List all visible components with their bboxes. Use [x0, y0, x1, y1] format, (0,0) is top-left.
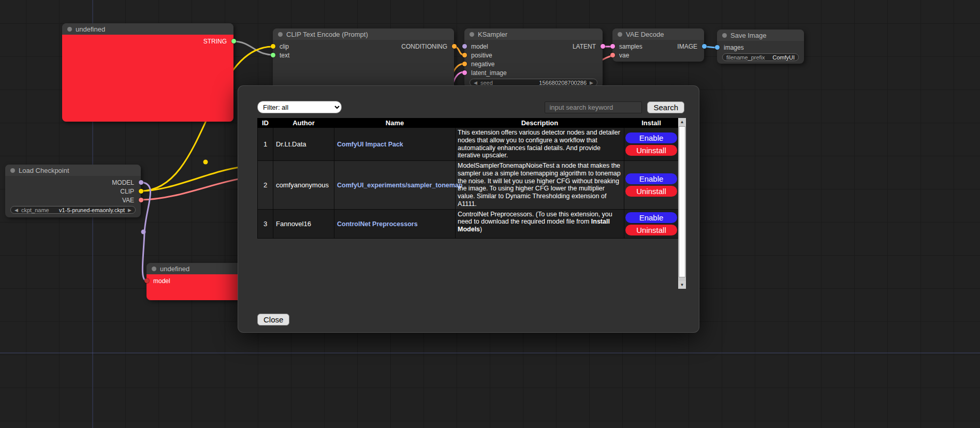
uninstall-button[interactable]: Uninstall: [625, 186, 677, 197]
ksampler-node[interactable]: KSamplermodelLATENTpositivenegativelaten…: [464, 28, 603, 88]
extension-id: 2: [258, 161, 273, 210]
port-row: CLIP: [5, 187, 141, 196]
description-text: This extension offers various detector n…: [458, 129, 620, 159]
table-header-row: IDAuthorNameDescriptionInstall: [258, 119, 679, 128]
model-input-port[interactable]: [144, 278, 149, 283]
IMAGE-output-port[interactable]: [702, 44, 707, 49]
column-header-author: Author: [273, 119, 334, 128]
node-collapse-dot-icon[interactable]: [278, 32, 283, 37]
node-collapse-dot-icon[interactable]: [67, 27, 72, 32]
enable-button[interactable]: Enable: [625, 212, 677, 223]
LATENT-output-port[interactable]: [601, 44, 605, 49]
link-string-to-text: [233, 41, 273, 55]
node-title-bar[interactable]: Save Image: [717, 29, 804, 41]
clip-input-port[interactable]: [271, 44, 275, 49]
enable-button[interactable]: Enable: [625, 132, 677, 143]
node-title-bar[interactable]: KSampler: [464, 28, 603, 40]
node-graph-canvas[interactable]: undefinedSTRINGCLIP Text Encode (Prompt)…: [0, 0, 980, 428]
extension-name-cell: ComfyUI Impact Pack: [334, 128, 456, 161]
MODEL-output-port[interactable]: [139, 180, 143, 185]
vae-decode-node[interactable]: VAE DecodesamplesIMAGEvae: [612, 28, 704, 62]
node-collapse-dot-icon[interactable]: [10, 168, 15, 173]
column-header-description: Description: [456, 119, 624, 128]
ckpt_name-widget[interactable]: ◀ckpt_namev1-5-pruned-emaonly.ckpt▶: [10, 206, 136, 214]
extension-description: ControlNet Preprocessors. (To use this e…: [456, 209, 624, 238]
scrollbar-thumb[interactable]: [679, 126, 685, 277]
save-image-node[interactable]: Save Imageimagesfilename_prefixComfyUI: [717, 29, 804, 64]
CONDITIONING-output-port[interactable]: [452, 44, 457, 49]
search-input[interactable]: [545, 101, 642, 113]
input-label: images: [724, 44, 744, 51]
scrollbar-down-icon[interactable]: ▼: [678, 281, 686, 289]
port-row: positive: [464, 51, 603, 60]
column-header-id: ID: [258, 119, 273, 128]
output-label: LATENT: [573, 43, 596, 50]
node-collapse-dot-icon[interactable]: [618, 32, 622, 37]
model-input-port[interactable]: [462, 44, 467, 49]
node-title-bar[interactable]: undefined: [62, 23, 233, 35]
filter-select[interactable]: Filter: all: [257, 101, 342, 113]
node-title-bar[interactable]: undefined: [147, 263, 247, 274]
widget-right-arrow-icon[interactable]: ▶: [128, 208, 131, 213]
node-collapse-dot-icon[interactable]: [722, 33, 727, 38]
extension-link[interactable]: ControlNet Preprocessors: [337, 220, 418, 228]
port-row: model: [147, 276, 247, 285]
images-input-port[interactable]: [715, 45, 720, 50]
input-label: text: [280, 52, 289, 59]
output-label: MODEL: [112, 179, 134, 186]
widget-label: filename_prefix: [726, 54, 765, 61]
input-label: latent_image: [471, 69, 507, 77]
negative-input-port[interactable]: [462, 62, 467, 66]
close-button[interactable]: Close: [257, 314, 289, 326]
node-body: modelLATENTpositivenegativelatent_image◀…: [464, 40, 603, 88]
port-row: vae: [612, 51, 704, 60]
latent_image-input-port[interactable]: [462, 70, 467, 75]
port-row: STRING: [62, 37, 233, 46]
node-title-bar[interactable]: Load Checkpoint: [5, 165, 141, 176]
node-title-bar[interactable]: CLIP Text Encode (Prompt): [273, 28, 454, 40]
install-cell: EnableUninstall: [624, 209, 679, 238]
positive-input-port[interactable]: [462, 53, 467, 57]
node-body: STRING: [62, 35, 233, 122]
extension-link[interactable]: ComfyUI_experiments/sampler_tonemap: [337, 182, 462, 189]
widget-right-arrow-icon[interactable]: ▶: [590, 80, 593, 85]
error-node-bottom[interactable]: undefinedmodel: [147, 263, 247, 300]
enable-button[interactable]: Enable: [625, 173, 677, 184]
node-body: MODELCLIPVAE◀ckpt_namev1-5-pruned-emaonl…: [5, 176, 141, 217]
error-node-top[interactable]: undefinedSTRING: [62, 23, 233, 122]
scrollbar-up-icon[interactable]: ▲: [678, 118, 686, 126]
manager-toolbar: Filter: all Search: [257, 100, 684, 114]
search-button[interactable]: Search: [647, 101, 684, 113]
output-label: CLIP: [120, 188, 134, 195]
samples-input-port[interactable]: [610, 44, 615, 49]
node-collapse-dot-icon[interactable]: [470, 32, 474, 37]
STRING-output-port[interactable]: [231, 39, 236, 43]
vae-input-port[interactable]: [610, 53, 615, 57]
node-title-bar[interactable]: VAE Decode: [612, 28, 704, 40]
extension-list: IDAuthorNameDescriptionInstall 1Dr.Lt.Da…: [257, 118, 686, 289]
port-row: samplesIMAGE: [612, 42, 704, 51]
node-collapse-dot-icon[interactable]: [152, 267, 156, 271]
link-midpoint-dot: [141, 230, 146, 234]
description-text: ModelSamplerTonemapNoiseTest a node that…: [458, 162, 621, 208]
VAE-output-port[interactable]: [139, 198, 143, 202]
clip-text-encode-node[interactable]: CLIP Text Encode (Prompt)clipCONDITIONIN…: [273, 28, 454, 91]
uninstall-button[interactable]: Uninstall: [625, 145, 677, 156]
node-body: model: [147, 274, 247, 300]
table-scrollbar[interactable]: ▲ ▼: [678, 118, 686, 289]
extension-link[interactable]: ComfyUI Impact Pack: [337, 141, 403, 148]
extension-name-cell: ControlNet Preprocessors: [334, 209, 456, 238]
text-input-port[interactable]: [271, 53, 275, 57]
port-row: modelLATENT: [464, 42, 603, 51]
widget-label: seed: [480, 80, 493, 86]
widget-left-arrow-icon[interactable]: ◀: [474, 80, 477, 85]
filename_prefix-widget[interactable]: filename_prefixComfyUI: [722, 53, 799, 61]
node-title-text: CLIP Text Encode (Prompt): [286, 31, 368, 38]
node-title-text: Save Image: [730, 32, 766, 39]
port-row: VAE: [5, 196, 141, 204]
load-checkpoint-node[interactable]: Load CheckpointMODELCLIPVAE◀ckpt_namev1-…: [5, 165, 141, 217]
uninstall-button[interactable]: Uninstall: [625, 225, 677, 235]
widget-left-arrow-icon[interactable]: ◀: [14, 208, 18, 213]
CLIP-output-port[interactable]: [139, 189, 143, 194]
seed-widget[interactable]: ◀seed156680208700286▶: [470, 79, 597, 86]
